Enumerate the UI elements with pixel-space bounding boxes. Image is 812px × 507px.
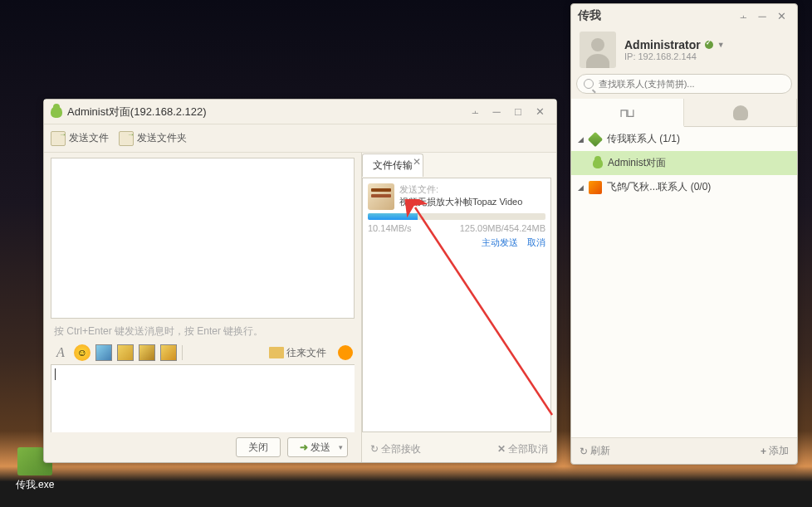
close-chat-button[interactable]: 关闭 bbox=[236, 437, 281, 457]
expand-icon: ◢ bbox=[578, 135, 584, 144]
contact-list[interactable]: ◢ 传我联系人 (1/1) Administ对面 ◢ 飞鸽/飞秋...联系人 (… bbox=[571, 127, 797, 437]
minimize-button[interactable]: ─ bbox=[487, 105, 506, 119]
capture-button[interactable] bbox=[139, 344, 155, 361]
cancel-link[interactable]: 取消 bbox=[527, 237, 545, 247]
ip-address: IP: 192.168.2.144 bbox=[624, 51, 789, 61]
image-button[interactable] bbox=[95, 344, 112, 361]
search-box[interactable] bbox=[576, 74, 792, 94]
send-button[interactable]: ➜发送 bbox=[287, 437, 348, 457]
maximize-button[interactable]: □ bbox=[508, 105, 528, 119]
font-button[interactable]: A bbox=[52, 344, 69, 361]
send-folder-button[interactable]: 发送文件夹 bbox=[119, 131, 187, 146]
active-send-link[interactable]: 主动发送 bbox=[482, 237, 518, 247]
status-dropdown-icon[interactable]: ▼ bbox=[717, 41, 725, 49]
add-button[interactable]: + 添加 bbox=[761, 444, 789, 458]
send-file-button[interactable]: 发送文件 bbox=[51, 131, 109, 146]
transfer-speed: 10.14MB/s bbox=[368, 223, 412, 233]
message-input[interactable] bbox=[51, 364, 355, 432]
close-button[interactable]: ✕ bbox=[530, 105, 550, 119]
minimize-button[interactable]: ─ bbox=[753, 8, 771, 23]
shortcut-label: 传我.exe bbox=[10, 478, 60, 492]
main-titlebar[interactable]: 传我 ⫠ ─ ✕ bbox=[571, 4, 797, 27]
chat-title: Administ对面(192.168.2.122) bbox=[67, 105, 465, 119]
group-icon bbox=[589, 181, 602, 194]
contact-tabs bbox=[571, 99, 797, 127]
chat-history[interactable] bbox=[51, 158, 355, 319]
file-name: 视频无损放大补帧Topaz Video bbox=[399, 196, 545, 208]
accept-all-button[interactable]: ↻ 全部接收 bbox=[370, 442, 421, 456]
clip-button[interactable] bbox=[160, 344, 177, 361]
transfer-progress: 125.09MB/454.24MB bbox=[460, 223, 545, 233]
file-icon bbox=[51, 131, 66, 146]
transfer-item: 发送文件: 视频无损放大补帧Topaz Video 10.14MB/s 125.… bbox=[368, 183, 545, 249]
input-hint: 按 Ctrl+Enter 键发送消息时，按 Enter 键换行。 bbox=[51, 322, 355, 341]
past-files-button[interactable]: 往来文件 bbox=[269, 346, 326, 360]
main-footer: ↻ 刷新 + 添加 bbox=[571, 437, 797, 464]
group-icon bbox=[588, 131, 603, 146]
cancel-all-button[interactable]: ✕ 全部取消 bbox=[497, 442, 548, 456]
expand-icon: ◢ bbox=[578, 183, 584, 192]
folder-icon bbox=[269, 347, 284, 358]
emoji-button[interactable]: ☺ bbox=[74, 344, 90, 361]
tab-network[interactable] bbox=[571, 99, 684, 127]
username: Administrator ▼ bbox=[624, 38, 789, 51]
chat-window: Administ对面(192.168.2.122) ⫠ ─ □ ✕ 发送文件 发… bbox=[43, 99, 557, 463]
user-status-icon bbox=[51, 106, 62, 118]
search-input[interactable] bbox=[599, 79, 785, 89]
pin-button[interactable]: ⫠ bbox=[734, 8, 752, 23]
app-title: 传我 bbox=[578, 8, 734, 23]
network-icon bbox=[619, 105, 636, 119]
main-window: 传我 ⫠ ─ ✕ Administrator ▼ IP: 192.168.2.1… bbox=[570, 3, 798, 465]
send-label: 发送文件: bbox=[399, 183, 545, 196]
sound-button[interactable] bbox=[338, 345, 353, 360]
transfer-tab[interactable]: 文件传输 ✕ bbox=[362, 154, 423, 177]
progress-bar bbox=[368, 213, 545, 220]
person-icon bbox=[733, 105, 748, 120]
chat-toolbar: 发送文件 发送文件夹 bbox=[44, 124, 556, 153]
avatar[interactable] bbox=[580, 32, 616, 68]
archive-icon bbox=[368, 183, 394, 210]
search-icon bbox=[584, 79, 594, 89]
pin-button[interactable]: ⫠ bbox=[465, 105, 485, 119]
chat-titlebar[interactable]: Administ对面(192.168.2.122) ⫠ ─ □ ✕ bbox=[44, 100, 556, 124]
tab-contacts[interactable] bbox=[684, 99, 797, 126]
close-button[interactable]: ✕ bbox=[772, 8, 790, 23]
transfer-panel: 文件传输 ✕ 发送文件: 视频无损放大补帧Topaz Video 10 bbox=[361, 153, 556, 462]
folder-icon bbox=[119, 131, 134, 146]
contact-group[interactable]: ◢ 传我联系人 (1/1) bbox=[571, 127, 797, 151]
format-toolbar: A ☺ 往来文件 bbox=[51, 341, 355, 364]
refresh-button[interactable]: ↻ 刷新 bbox=[580, 444, 610, 458]
profile-section: Administrator ▼ IP: 192.168.2.144 bbox=[571, 27, 797, 72]
contact-item[interactable]: Administ对面 bbox=[571, 151, 797, 175]
screenshot-button[interactable] bbox=[117, 344, 134, 361]
user-icon bbox=[593, 158, 603, 168]
close-tab-icon[interactable]: ✕ bbox=[413, 156, 421, 168]
contact-group[interactable]: ◢ 飞鸽/飞秋...联系人 (0/0) bbox=[571, 175, 797, 199]
online-status-icon[interactable] bbox=[705, 41, 713, 49]
